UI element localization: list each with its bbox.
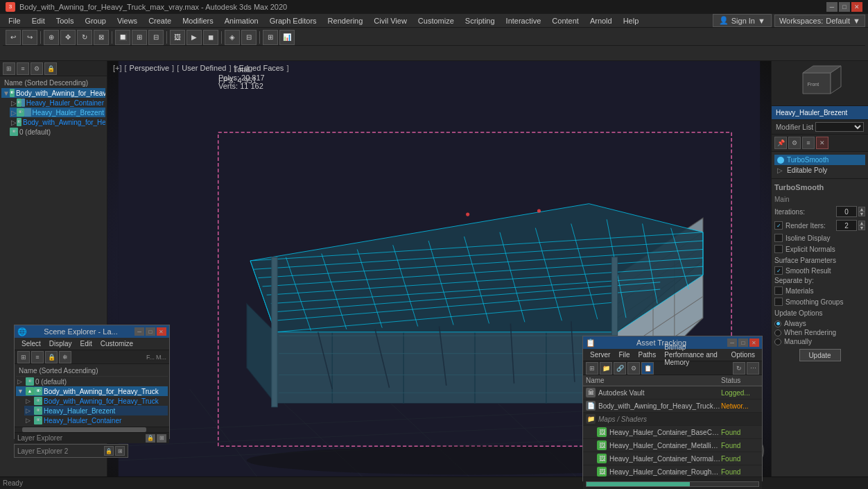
se-sort-header[interactable]: Name (Sorted Ascending) [16, 366, 168, 377]
menu-views[interactable]: Views [112, 15, 143, 26]
always-radio-item[interactable]: Always [774, 319, 865, 328]
menu-help[interactable]: Help [618, 15, 645, 26]
maximize-button[interactable]: □ [839, 2, 850, 12]
layer-manager-button[interactable]: ⊞ [263, 30, 278, 45]
at-menu-bitmap[interactable]: Bitmap Performance and Memory [660, 342, 727, 368]
scene-explorer-titlebar[interactable]: 🌐 Scene Explorer - La... ─ □ ✕ [15, 325, 169, 338]
at-menu-paths[interactable]: Paths [634, 350, 661, 360]
update-button[interactable]: Update [799, 349, 841, 361]
at-refresh-button[interactable]: ↻ [733, 362, 745, 375]
iterations-up[interactable]: ▲ [858, 207, 865, 212]
menu-interactive[interactable]: Interactive [501, 15, 547, 26]
snap-button[interactable]: 🔲 [115, 30, 130, 45]
at-row-file[interactable]: 📄 Body_with_Awning_for_Heavy_Truck_max_v… [583, 400, 762, 413]
se-freeze-button[interactable]: ❄ [59, 351, 71, 363]
at-row-roughness[interactable]: 🖼 Heavy_Hauler_Container_Roughness.png F… [583, 465, 762, 477]
signin-dropdown-icon[interactable]: ▼ [758, 17, 765, 25]
menu-group[interactable]: Group [79, 15, 112, 26]
menu-edit[interactable]: Edit [26, 15, 51, 26]
menu-arnold[interactable]: Arnold [584, 15, 618, 26]
menu-scripting[interactable]: Scripting [460, 15, 501, 26]
graph-editors-button[interactable]: 📊 [279, 30, 295, 45]
iterations-down[interactable]: ▼ [858, 212, 865, 216]
snap2-button[interactable]: ⊞ [132, 30, 147, 45]
visibility-icon[interactable]: 👁 [17, 98, 21, 107]
sort-button[interactable]: ≡ [17, 62, 29, 75]
redo-button[interactable]: ↪ [22, 30, 37, 45]
visibility-icon[interactable]: 👁 [17, 118, 21, 126]
se-menu-display[interactable]: Display [45, 338, 76, 349]
render-iters-checkbox[interactable]: ✓ [774, 221, 783, 230]
undo-button[interactable]: ↩ [6, 30, 21, 45]
at-row-metallic[interactable]: 🖼 Heavy_Hauler_Container_Metallic.png Fo… [583, 439, 762, 452]
materials-checkbox[interactable]: ✓ [774, 286, 783, 295]
menu-create[interactable]: Create [143, 15, 177, 26]
se-tree-item-body[interactable]: ▼ ▲ 👁 Body_with_Awning_for_Heavy_Truck [16, 386, 168, 396]
tree-item-default-layer[interactable]: 👁 0 (default) [1, 127, 105, 137]
at-maximize-button[interactable]: □ [738, 338, 748, 347]
se-tree-item-brezent[interactable]: ▷ 👁 Heavy_Hauler_Brezent [24, 406, 168, 415]
scale-button[interactable]: ⊠ [94, 30, 109, 45]
tree-item-awning[interactable]: ▷ 👁 Body_with_Awning_for_Hea [10, 117, 105, 127]
when-rendering-radio-item[interactable]: When Rendering [774, 328, 865, 337]
workspace-area[interactable]: Workspaces: Default ▼ [774, 15, 865, 27]
se-filter-button[interactable]: ⊞ [17, 351, 30, 363]
se-footer-btn1[interactable]: 🔒 [146, 434, 155, 443]
at-row-normal[interactable]: 🖼 Heavy_Hauler_Container_Normal.png Foun… [583, 452, 762, 465]
signin-area[interactable]: 👤 Sign In ▼ [713, 14, 772, 27]
sort-header[interactable]: Name (Sorted Descending) [1, 78, 105, 88]
tree-item-container[interactable]: ▷ 👁 Heavy_Hauler_Container [10, 98, 105, 108]
menu-rendering[interactable]: Rendering [322, 15, 369, 26]
delete-modifier-button[interactable]: ✕ [816, 137, 828, 149]
close-button[interactable]: ✕ [851, 2, 862, 12]
when-rendering-radio[interactable] [774, 329, 781, 336]
at-tool-btn3[interactable]: 🔗 [614, 362, 626, 375]
select-button[interactable]: ⊕ [44, 30, 59, 45]
se-close-button[interactable]: ✕ [157, 327, 166, 336]
render-iters-down[interactable]: ▼ [858, 225, 865, 230]
filter-button[interactable]: ⊞ [3, 62, 15, 75]
material-editor-button[interactable]: ◈ [225, 30, 240, 45]
render-frame-button[interactable]: ◼ [203, 30, 218, 45]
visibility-icon[interactable]: 👁 [10, 128, 18, 136]
se-tree-item-default[interactable]: ▷ 👁 0 (default) [16, 377, 168, 386]
render-setup-button[interactable]: 🖼 [170, 30, 185, 45]
se-menu-edit[interactable]: Edit [76, 338, 96, 349]
at-row-vault[interactable]: 🏛 Autodesk Vault Logged... [583, 386, 762, 400]
minimize-button[interactable]: ─ [826, 2, 837, 12]
se-menu-customize[interactable]: Customize [96, 338, 137, 349]
pin-button[interactable]: 📌 [774, 137, 787, 149]
at-row-basecolor[interactable]: 🖼 Heavy_Hauler_Container_BaseColor.png F… [583, 426, 762, 439]
align-button[interactable]: ⊟ [241, 30, 257, 45]
smoothing-groups-checkbox[interactable]: ✓ [774, 298, 783, 306]
menu-civil-view[interactable]: Civil View [368, 15, 412, 26]
render-iters-spinbox[interactable] [836, 220, 857, 231]
at-tool-btn1[interactable]: ⊞ [586, 362, 598, 375]
signin-label[interactable]: Sign In [731, 17, 755, 25]
at-minimize-button[interactable]: ─ [727, 338, 737, 347]
se-maximize-button[interactable]: □ [146, 327, 155, 336]
menu-graph-editors[interactable]: Graph Editors [264, 15, 322, 26]
at-close-button[interactable]: ✕ [749, 338, 759, 347]
at-menu-server[interactable]: Server [586, 350, 614, 360]
at-menu-file[interactable]: File [614, 350, 634, 360]
menu-content[interactable]: Content [546, 15, 584, 26]
menu-file[interactable]: File [3, 15, 26, 26]
snap3-button[interactable]: ⊟ [148, 30, 164, 45]
at-tool-btn2[interactable]: 📁 [600, 362, 612, 375]
menu-modifiers[interactable]: Modifiers [177, 15, 219, 26]
layer-explorer-btn2[interactable]: ⊞ [115, 446, 125, 456]
always-radio[interactable] [774, 320, 781, 327]
modifier-settings-button[interactable]: ⚙ [788, 137, 801, 149]
se-tree-item-container[interactable]: ▷ 👁 Heavy_Hauler_Container [24, 415, 168, 425]
tree-item-root[interactable]: ▼ 👁 Body_with_Awning_for_Heavy_ [1, 88, 105, 98]
workspace-dropdown-icon[interactable]: ▼ [853, 17, 860, 25]
se-sort-button[interactable]: ≡ [31, 351, 44, 363]
render-button[interactable]: ▶ [186, 30, 202, 45]
move-button[interactable]: ✥ [60, 30, 76, 45]
at-more-button[interactable]: ⋯ [747, 362, 759, 375]
at-row-maps[interactable]: 📁 Maps / Shaders [583, 413, 762, 426]
visibility-icon[interactable]: 👁 [17, 108, 24, 117]
isoline-checkbox[interactable]: ✓ [774, 234, 783, 242]
lock-button[interactable]: 🔒 [44, 62, 57, 75]
